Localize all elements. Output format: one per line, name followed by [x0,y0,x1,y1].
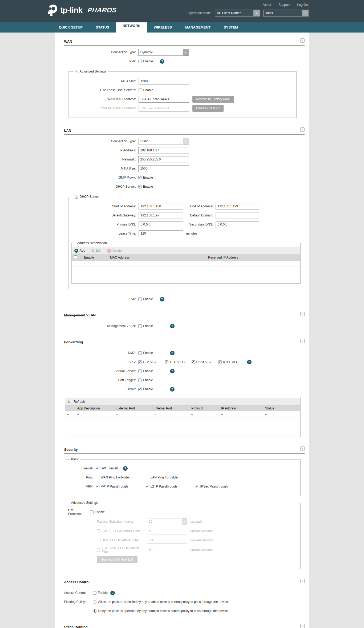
dmz-enable-checkbox[interactable] [138,351,142,355]
dns-servers-enable-checkbox[interactable] [139,88,142,92]
table-cell: -- [219,411,263,417]
operation-mode-label: Operation Mode: [188,11,212,15]
ftp-alg-checkbox[interactable] [138,360,142,364]
help-icon[interactable]: ? [170,387,175,392]
dhcp-server-enable-checkbox[interactable] [138,185,142,188]
tools-select[interactable]: Tools ▼ [263,10,309,17]
lan-ip-input[interactable] [138,147,189,154]
h323-alg-checkbox[interactable] [192,360,195,364]
header-controls: Operation Mode: AP Client Router ▼ Tools… [188,10,309,17]
collapse-section-icon[interactable]: » [300,579,305,583]
wan-ping-forbidden-checkbox[interactable] [96,476,99,479]
field-label: Connection Type: [64,50,138,54]
access-control-enable-checkbox[interactable] [93,591,96,595]
connection-type-row: Connection Type: Dynamic ▼ [64,49,300,56]
tab-status[interactable]: STATUS [89,22,116,33]
help-icon[interactable]: ? [170,324,175,328]
support-link[interactable]: Support [278,3,290,7]
udp-flood-checkbox [97,539,100,542]
collapse-section-icon[interactable]: » [300,127,305,132]
field-label: IGMP Proxy: [64,176,138,179]
field-label: ALG: [64,360,138,364]
port-trigger-row: Port Trigger: Enable [64,377,300,384]
collapse-section-icon[interactable]: » [300,446,305,451]
dhcp-lease-input[interactable] [139,230,183,237]
select-all-checkbox[interactable] [74,255,77,259]
help-icon[interactable]: ? [160,297,164,301]
dhcp-lease-row: Lease Time: minutes [72,230,301,237]
restore-factory-mac-button[interactable]: Restore to Factory MAC [192,96,234,103]
edit-button: ⚙ Edit [91,248,101,253]
collapse-section-icon[interactable]: » [300,339,305,343]
ipsec-passthrough-checkbox[interactable] [196,485,199,488]
management-vlan-enable-checkbox[interactable] [138,324,142,328]
lan-ping-forbidden-checkbox[interactable] [146,476,149,479]
help-icon[interactable]: ? [170,351,175,355]
tab-system[interactable]: SYSTEM [217,22,245,33]
filtering-policy-deny-row: Deny the packets specified by any enable… [64,607,300,614]
column-header: App Description [75,405,114,411]
upnp-enable-checkbox[interactable] [138,388,142,391]
spi-firewall-checkbox[interactable] [96,467,99,470]
clone-pc-mac-button[interactable]: Clone PC's MAC [192,105,224,112]
lan-mtu-input[interactable] [138,165,189,172]
column-header: IP Address [219,405,263,411]
field-label: End IP Address: [183,204,216,208]
wan-mtu-input[interactable] [139,78,189,84]
blocked-dos-row: Blocked DoS Host List [97,556,297,563]
pptp-passthrough-checkbox[interactable] [96,485,99,488]
dos-protection-enable-checkbox[interactable] [90,510,94,514]
l2tp-passthrough-checkbox[interactable] [146,485,149,488]
tftp-alg-checkbox[interactable] [165,360,168,364]
alg-row: ALG: FTP ALG TFTP ALG H323 ALG RTSP ALG … [64,359,300,365]
refresh-button[interactable]: ↻ Refresh [68,400,85,404]
fieldset-legend: ▲ Advanced Settings [74,70,108,73]
dhcp-secondary-dns-input[interactable] [216,221,259,228]
static-routing-section-header: Static Routing » [64,625,305,628]
wan-connection-type-select[interactable]: Dynamic ▼ [138,49,189,56]
collapse-fieldset-icon[interactable]: ▲ [75,195,78,199]
help-icon[interactable]: ? [247,360,252,364]
upnp-row: UPnP: Enable ? [64,386,300,393]
dhcp-primary-dns-input[interactable] [139,221,183,228]
field-label: UDP_FLOOD Attack Filter [102,538,147,542]
checkbox-label: Enable [143,59,153,63]
help-icon[interactable]: ? [123,466,128,471]
logout-link[interactable]: Log Out [297,3,309,7]
allow-policy-radio[interactable] [93,600,96,604]
management-vlan-section-header: Management VLAN » [64,313,305,319]
dhcp-start-ip-input[interactable] [139,203,183,210]
main-nav: QUICK SETUP STATUS NETWORK WIRELESS MANA… [0,22,364,33]
collapse-fieldset-icon[interactable]: ▲ [75,70,78,73]
help-icon[interactable]: ? [110,591,115,595]
add-button[interactable]: + Add [74,249,85,253]
dhcp-domain-input[interactable] [216,212,259,219]
content-card: WAN » Connection Type: Dynamic ▼ IPv6: E… [55,33,309,628]
operation-mode-select[interactable]: AP Client Router ▼ [215,10,260,17]
wan-mac-input[interactable] [139,96,189,103]
table-cell: -- [152,411,189,417]
tab-quick-setup[interactable]: QUICK SETUP [52,22,89,33]
virtual-server-enable-checkbox[interactable] [138,369,142,373]
lan-ipv6-enable-checkbox[interactable] [138,297,142,301]
collapse-section-icon[interactable]: » [300,312,305,316]
igmp-proxy-enable-checkbox[interactable] [138,176,142,179]
blocked-dos-host-list-button: Blocked DoS Host List [97,556,137,563]
field-label: Use These DNS Servers: [72,88,139,92]
help-icon[interactable]: ? [170,369,175,373]
dhcp-gateway-input[interactable] [139,212,183,219]
lan-connection-type-select: Static ▼ [138,138,189,145]
tab-management[interactable]: MANAGEMENT [179,22,217,33]
collapse-section-icon[interactable]: » [300,624,305,628]
table-header-row: Enable MAC Address Reserved IP Address [72,254,300,261]
lan-netmask-input[interactable] [138,156,189,163]
rtsp-alg-checkbox[interactable] [218,360,222,364]
wan-ipv6-enable-checkbox[interactable] [138,60,142,63]
tab-wireless[interactable]: WIRELESS [147,22,179,33]
help-icon[interactable]: ? [160,59,164,64]
about-link[interactable]: About [263,3,271,7]
deny-policy-radio[interactable] [93,609,96,613]
port-trigger-enable-checkbox[interactable] [138,379,142,382]
collapse-section-icon[interactable]: » [300,38,305,43]
dhcp-end-ip-input[interactable] [216,203,259,210]
